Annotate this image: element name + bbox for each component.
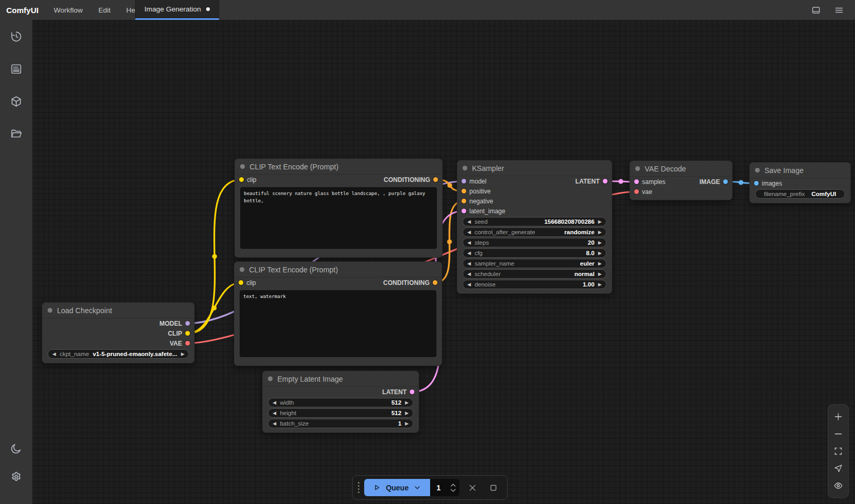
node-ksampler[interactable]: KSamplermodelLATENTpositivenegativelaten…: [457, 160, 612, 294]
node-load-checkpoint[interactable]: Load CheckpointMODELCLIPVAE◀ckpt_namev1-…: [42, 302, 195, 363]
widget-left-arrow-icon[interactable]: ◀: [467, 261, 471, 266]
widget-right-arrow-icon[interactable]: ▶: [598, 282, 602, 287]
output-port-LATENT[interactable]: [410, 390, 414, 394]
workflow-history-icon[interactable]: [6, 26, 27, 47]
batch-count-steppers[interactable]: [450, 483, 456, 492]
widget-left-arrow-icon[interactable]: ◀: [467, 230, 471, 235]
collapse-dot[interactable]: [755, 168, 760, 173]
input-port-vae[interactable]: [634, 189, 639, 194]
output-port-MODEL[interactable]: [185, 321, 190, 326]
menu-edit[interactable]: Edit: [91, 0, 118, 20]
output-port-label: LATENT: [576, 178, 600, 185]
fit-view-button[interactable]: [831, 444, 846, 459]
widget-right-arrow-icon[interactable]: ▶: [598, 261, 602, 266]
widget-label: seed: [475, 219, 488, 225]
widget-left-arrow-icon[interactable]: ◀: [467, 220, 471, 224]
graph-canvas[interactable]: Queue 1: [32, 20, 855, 504]
output-port-CLIP[interactable]: [185, 331, 190, 336]
workflow-tab[interactable]: Image Generation: [135, 0, 219, 20]
widget-denoise[interactable]: ◀denoise1.00▶: [463, 280, 606, 289]
menu-workflow[interactable]: Workflow: [46, 0, 91, 20]
widget-right-arrow-icon[interactable]: ▶: [598, 272, 602, 277]
output-port-VAE[interactable]: [185, 341, 190, 346]
node-padding: [42, 360, 194, 363]
widget-batch_size[interactable]: ◀batch_size1▶: [268, 419, 413, 428]
widget-left-arrow-icon[interactable]: ◀: [273, 400, 276, 405]
output-port-CONDITIONING[interactable]: [433, 177, 438, 182]
widget-left-arrow-icon[interactable]: ◀: [273, 421, 276, 426]
workflows-folder-icon[interactable]: [6, 123, 27, 144]
collapse-dot[interactable]: [240, 267, 244, 272]
widget-right-arrow-icon[interactable]: ▶: [405, 411, 409, 416]
output-port-CONDITIONING[interactable]: [433, 280, 437, 285]
theme-toggle-icon[interactable]: [6, 438, 27, 459]
widget-ckpt_name[interactable]: ◀ckpt_namev1-5-pruned-emaonly.safete...▶: [48, 349, 189, 359]
collapse-dot[interactable]: [48, 308, 52, 313]
node-clip-negative[interactable]: CLIP Text Encode (Prompt)clipCONDITIONIN…: [234, 261, 442, 366]
collapse-dot[interactable]: [463, 166, 467, 170]
zoom-out-button[interactable]: [831, 427, 846, 441]
close-icon: [468, 484, 477, 492]
batch-count-input[interactable]: 1: [436, 484, 450, 492]
output-port-LATENT[interactable]: [603, 179, 608, 184]
queue-button[interactable]: Queue: [364, 479, 430, 496]
widget-sampler_name[interactable]: ◀sampler_nameeuler▶: [463, 259, 606, 268]
input-port-latent_image[interactable]: [462, 209, 466, 213]
node-vae-decode[interactable]: VAE DecodesamplesIMAGEvae: [629, 161, 733, 200]
settings-gear-icon[interactable]: [6, 466, 27, 487]
prompt-textarea[interactable]: text, watermark: [240, 290, 436, 357]
widget-value: normal: [575, 271, 594, 277]
collapse-dot[interactable]: [268, 376, 273, 381]
widget-steps[interactable]: ◀steps20▶: [463, 238, 606, 247]
widget-right-arrow-icon[interactable]: ▶: [405, 421, 409, 426]
widget-right-arrow-icon[interactable]: ▶: [181, 352, 185, 357]
widget-left-arrow-icon[interactable]: ◀: [467, 240, 471, 245]
bottom-panel-icon[interactable]: [808, 2, 824, 18]
widget-left-arrow-icon[interactable]: ◀: [467, 282, 471, 287]
zoom-in-button[interactable]: [831, 409, 846, 424]
node-save-image[interactable]: Save Imageimagesfilename_prefixComfyUI: [749, 162, 851, 203]
select-mode-button[interactable]: [831, 461, 846, 476]
node-clip-positive[interactable]: CLIP Text Encode (Prompt)clipCONDITIONIN…: [234, 158, 443, 258]
widget-left-arrow-icon[interactable]: ◀: [273, 411, 276, 416]
port-row: vae: [630, 187, 732, 197]
widget-height[interactable]: ◀height512▶: [268, 408, 413, 418]
node-empty-latent[interactable]: Empty Latent ImageLATENT◀width512▶◀heigh…: [262, 371, 419, 433]
widget-scheduler[interactable]: ◀schedulernormal▶: [463, 269, 606, 279]
input-port-model[interactable]: [462, 179, 466, 184]
prompt-textarea[interactable]: beautiful scenery nature glass bottle la…: [240, 187, 437, 249]
node-library-icon[interactable]: [6, 91, 27, 112]
widget-cfg[interactable]: ◀cfg8.0▶: [463, 248, 606, 258]
queue-bar-drag-handle[interactable]: [358, 482, 359, 493]
hamburger-menu-icon[interactable]: [831, 2, 847, 18]
input-port-clip[interactable]: [239, 177, 244, 182]
collapse-dot[interactable]: [240, 164, 245, 169]
widget-right-arrow-icon[interactable]: ▶: [405, 400, 409, 405]
collapse-dot[interactable]: [635, 166, 640, 171]
queue-icon[interactable]: [6, 59, 27, 79]
stop-square-icon: [489, 484, 498, 492]
widget-right-arrow-icon[interactable]: ▶: [598, 220, 602, 224]
widget-width[interactable]: ◀width512▶: [268, 398, 413, 407]
widget-left-arrow-icon[interactable]: ◀: [467, 272, 471, 277]
input-port-negative[interactable]: [462, 199, 466, 203]
widget-left-arrow-icon[interactable]: ◀: [467, 251, 471, 256]
input-port-images[interactable]: [754, 181, 759, 186]
widget-seed[interactable]: ◀seed156680208700286▶: [463, 217, 606, 226]
output-group: LATENT: [576, 178, 608, 185]
input-port-positive[interactable]: [462, 189, 466, 193]
widget-right-arrow-icon[interactable]: ▶: [598, 251, 602, 256]
widget-left-arrow-icon[interactable]: ◀: [52, 352, 56, 357]
clear-queue-button[interactable]: [464, 479, 481, 496]
node-title-label: Empty Latent Image: [277, 375, 343, 383]
widget-right-arrow-icon[interactable]: ▶: [598, 230, 602, 235]
input-port-samples[interactable]: [634, 179, 639, 184]
input-port-clip[interactable]: [239, 280, 243, 285]
widget-control_after_generate[interactable]: ◀control_after_generaterandomize▶: [463, 227, 606, 237]
widget-right-arrow-icon[interactable]: ▶: [598, 240, 602, 245]
output-port-IMAGE[interactable]: [723, 179, 728, 184]
toggle-visibility-button[interactable]: [831, 478, 846, 493]
widget-filename_prefix[interactable]: filename_prefixComfyUI: [755, 189, 845, 199]
stop-button[interactable]: [485, 479, 502, 496]
node-title: KSampler: [457, 161, 612, 176]
